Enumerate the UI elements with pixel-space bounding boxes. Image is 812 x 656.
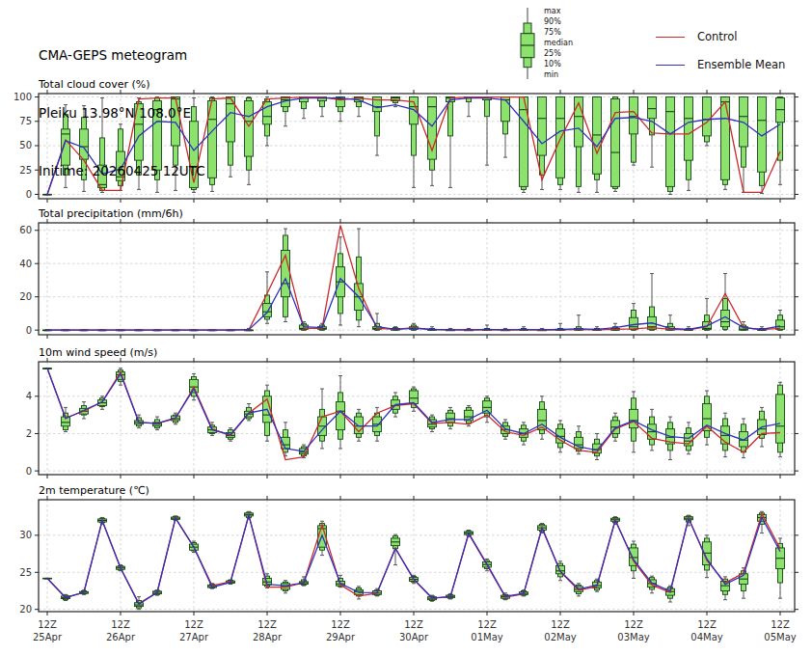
y-tick-labels: 202530	[19, 530, 32, 615]
panel-title-temperature-2m: 2m temperature (℃)	[39, 484, 149, 497]
svg-text:12Z: 12Z	[404, 619, 423, 630]
y-tick-labels: 024	[26, 391, 32, 476]
mean-swatch	[656, 65, 685, 66]
svg-text:12Z: 12Z	[111, 619, 130, 630]
svg-text:100: 100	[14, 92, 32, 102]
svg-text:28Apr: 28Apr	[253, 632, 283, 642]
axis-ticks	[35, 358, 798, 478]
boxplot-legend: max 90% 75% median 25% 10% min	[517, 6, 623, 91]
svg-text:0: 0	[26, 325, 32, 336]
svg-text:0: 0	[26, 466, 32, 477]
legend-label-min: min	[544, 70, 558, 79]
grid-lines	[39, 223, 795, 335]
svg-text:25: 25	[19, 165, 32, 176]
panel-frame	[39, 362, 795, 475]
legend-box-10-90-bottom	[524, 58, 531, 68]
svg-text:01May: 01May	[471, 632, 502, 642]
panel-title-wind-speed-10m: 10m wind speed (m/s)	[39, 346, 157, 359]
legend-row-control: Control	[656, 27, 785, 46]
svg-text:12Z: 12Z	[477, 619, 497, 630]
station-location: Pleiku 13.98°N 108.0°E	[39, 103, 205, 123]
legend-label-median: median	[544, 39, 573, 47]
control-label: Control	[697, 30, 738, 43]
control-swatch	[656, 37, 685, 38]
svg-text:4: 4	[26, 391, 32, 401]
chart-title: CMA-GEPS meteogram	[39, 45, 205, 65]
legend-box-10-90-top	[524, 23, 531, 34]
svg-text:2: 2	[26, 428, 32, 439]
svg-text:25: 25	[19, 567, 32, 578]
svg-text:12Z: 12Z	[38, 619, 57, 630]
svg-text:75: 75	[19, 116, 32, 126]
svg-text:0: 0	[26, 189, 32, 200]
svg-text:04May: 04May	[690, 632, 722, 642]
x-axis-labels: 12Z25Apr12Z26Apr12Z27Apr12Z28Apr12Z29Apr…	[33, 619, 797, 642]
legend-label-75: 75%	[544, 28, 561, 37]
legend-label-25: 25%	[544, 49, 561, 58]
legend-label-10: 10%	[544, 60, 561, 68]
svg-text:29Apr: 29Apr	[326, 632, 356, 642]
panel-temperature-2m: 2025302m temperature (℃)	[19, 484, 798, 615]
grid-lines	[39, 362, 795, 475]
legend-row-ensemble-mean: Ensemble Mean	[656, 55, 785, 74]
y-tick-labels: 0255075100	[14, 92, 32, 200]
page-header: CMA-GEPS meteogram Pleiku 13.98°N 108.0°…	[39, 7, 205, 219]
panel-frame	[39, 223, 795, 335]
svg-text:20: 20	[19, 604, 32, 615]
y-tick-labels: 0204060	[19, 225, 32, 335]
svg-text:12Z: 12Z	[551, 619, 570, 630]
svg-text:12Z: 12Z	[331, 619, 350, 630]
panel-total-precipitation: 0204060Total precipitation (mm/6h)	[19, 207, 798, 339]
svg-text:30: 30	[19, 530, 32, 540]
svg-text:12Z: 12Z	[624, 619, 643, 630]
svg-text:03May: 03May	[617, 632, 649, 642]
mean-label: Ensemble Mean	[697, 58, 785, 71]
svg-text:12Z: 12Z	[771, 619, 790, 630]
line-legend: Control Ensemble Mean	[656, 27, 785, 83]
svg-text:30Apr: 30Apr	[399, 632, 429, 642]
legend-label-90: 90%	[544, 17, 561, 26]
svg-text:05May: 05May	[764, 632, 796, 642]
svg-text:25Apr: 25Apr	[33, 632, 63, 642]
svg-text:50: 50	[19, 140, 32, 150]
svg-text:26Apr: 26Apr	[106, 632, 136, 642]
svg-text:12Z: 12Z	[184, 619, 203, 630]
init-time: Initime: 20260425 12UTC	[39, 161, 205, 180]
panel-wind-speed-10m: 02410m wind speed (m/s)	[26, 346, 798, 478]
svg-text:02May: 02May	[544, 632, 576, 642]
svg-text:12Z: 12Z	[697, 619, 717, 630]
svg-text:20: 20	[19, 291, 32, 302]
svg-text:40: 40	[19, 259, 32, 269]
meteogram-page: 0255075100Total cloud cover (%)0204060To…	[0, 0, 812, 656]
svg-text:60: 60	[19, 225, 32, 235]
svg-text:27Apr: 27Apr	[179, 632, 209, 642]
axis-ticks	[35, 219, 798, 339]
legend-label-max: max	[544, 7, 561, 15]
svg-text:12Z: 12Z	[257, 619, 277, 630]
